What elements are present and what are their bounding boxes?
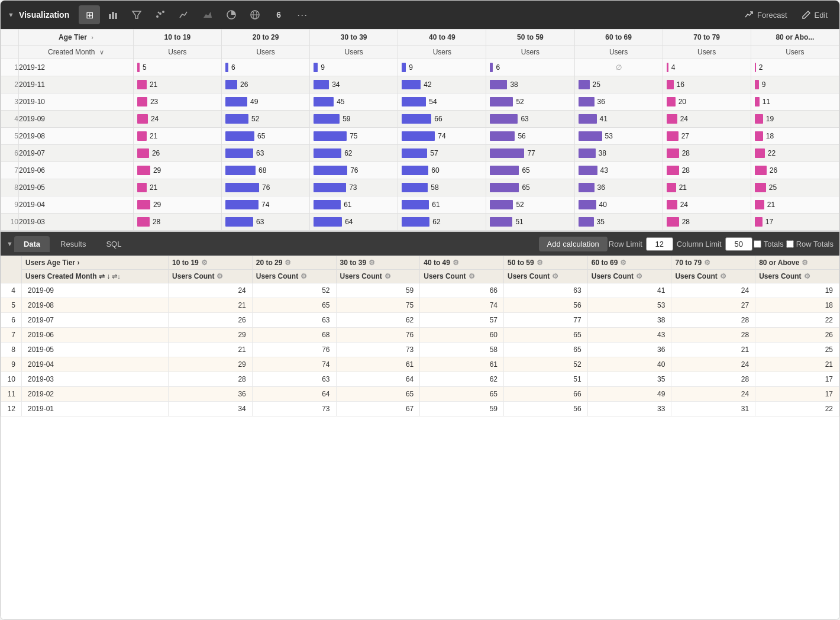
area-btn[interactable] bbox=[197, 5, 218, 24]
bar-chart-btn[interactable] bbox=[102, 5, 124, 24]
tab-sql[interactable]: SQL bbox=[96, 236, 131, 252]
col-40-49-header[interactable]: 40 to 49 bbox=[398, 30, 486, 46]
value-cell: 16 bbox=[663, 76, 751, 93]
value-cell: 65 bbox=[222, 128, 310, 145]
value-cell-c30: 67 bbox=[336, 402, 420, 416]
col-limit-input[interactable] bbox=[725, 237, 752, 251]
value-cell: 62 bbox=[310, 145, 398, 162]
month-cell: 2019-01 bbox=[22, 402, 169, 416]
gear-icon[interactable]: ⚙ bbox=[802, 259, 808, 267]
value-cell-c60: 40 bbox=[587, 357, 671, 372]
value-cell-c60: 33 bbox=[587, 402, 671, 416]
col-header-month[interactable]: Users Age Tier ›Users Created Month ⇌ ↓ … bbox=[22, 256, 169, 283]
col-header-c40[interactable]: 40 to 49⚙Users Count⚙ bbox=[420, 256, 504, 283]
gear-icon[interactable]: ⚙ bbox=[201, 259, 208, 267]
gear-icon[interactable]: ⚙ bbox=[704, 259, 710, 267]
value-cell-c40: 57 bbox=[420, 313, 504, 328]
table-row: 122019-013473675956333122 bbox=[1, 402, 839, 416]
value-cell: 45 bbox=[310, 93, 398, 111]
value-cell-c30: 64 bbox=[336, 372, 420, 387]
tab-data[interactable]: Data bbox=[14, 236, 50, 252]
value-cell: 9 bbox=[398, 59, 486, 76]
value-cell: 68 bbox=[222, 162, 310, 179]
value-cell: 63 bbox=[222, 214, 310, 231]
tab-results[interactable]: Results bbox=[51, 236, 95, 252]
add-calculation-btn[interactable]: Add calculation bbox=[539, 237, 608, 251]
gear-icon[interactable]: ⚙ bbox=[620, 259, 626, 267]
value-cell: 73 bbox=[310, 179, 398, 196]
value-cell: 61 bbox=[310, 196, 398, 214]
age-tier-header[interactable]: Age Tier › bbox=[19, 30, 134, 46]
forecast-btn[interactable]: Forecast bbox=[739, 8, 792, 22]
row-num-header bbox=[1, 256, 22, 283]
map-btn[interactable] bbox=[244, 5, 266, 24]
gear-icon[interactable]: ⚙ bbox=[469, 272, 475, 280]
value-cell: 26 bbox=[133, 145, 221, 162]
scatter-btn[interactable] bbox=[150, 5, 171, 24]
gear-icon[interactable]: ⚙ bbox=[537, 259, 543, 267]
value-cell-c60: 49 bbox=[587, 387, 671, 402]
col-header-c30[interactable]: 30 to 39⚙Users Count⚙ bbox=[336, 256, 420, 283]
gear-icon[interactable]: ⚙ bbox=[804, 272, 810, 280]
toolbar-title: Visualization bbox=[19, 10, 69, 20]
row-totals-checkbox[interactable] bbox=[786, 240, 794, 248]
col-header-c80[interactable]: 80 or Above⚙Users Count⚙ bbox=[755, 256, 839, 283]
row-number: 1 bbox=[1, 59, 19, 76]
value-cell: 54 bbox=[398, 93, 486, 111]
col-header-c10[interactable]: 10 to 19⚙Users Count⚙ bbox=[169, 256, 253, 283]
row-number: 3 bbox=[1, 93, 19, 111]
visualization-section: Age Tier › 10 to 19 20 to 29 30 to 39 bbox=[1, 29, 839, 231]
col-50-59-header[interactable]: 50 to 59 bbox=[486, 30, 574, 46]
gear-icon[interactable]: ⚙ bbox=[636, 272, 642, 280]
table-view-btn[interactable]: ⊞ bbox=[79, 5, 100, 24]
col-header-c60[interactable]: 60 to 69⚙Users Count⚙ bbox=[587, 256, 671, 283]
gear-icon[interactable]: ⚙ bbox=[301, 272, 307, 280]
col-20-29-header[interactable]: 20 to 29 bbox=[222, 30, 310, 46]
created-month-sort-icon: ∨ bbox=[99, 49, 104, 56]
col-70-79-header[interactable]: 70 to 79 bbox=[663, 30, 751, 46]
value-cell-c60: 38 bbox=[587, 313, 671, 328]
gear-icon[interactable]: ⚙ bbox=[385, 272, 391, 280]
col-10-19-header[interactable]: 10 to 19 bbox=[133, 30, 221, 46]
gear-icon[interactable]: ⚙ bbox=[285, 259, 291, 267]
users-60-subheader: Users bbox=[574, 46, 663, 59]
more-btn[interactable]: ··· bbox=[292, 5, 313, 24]
funnel-btn[interactable] bbox=[126, 5, 147, 24]
value-cell: 6 bbox=[486, 59, 574, 76]
gear-icon[interactable]: ⚙ bbox=[217, 272, 223, 280]
gear-icon[interactable]: ⚙ bbox=[453, 259, 459, 267]
number-btn[interactable]: 6 bbox=[268, 5, 289, 24]
pie-btn[interactable] bbox=[221, 5, 242, 24]
edit-btn[interactable]: Edit bbox=[797, 8, 832, 22]
value-cell-c80: 22 bbox=[755, 313, 839, 328]
value-cell-c40: 59 bbox=[420, 402, 504, 416]
gear-icon[interactable]: ⚙ bbox=[552, 272, 558, 280]
value-cell: 19 bbox=[751, 111, 839, 128]
col-30-39-header[interactable]: 30 to 39 bbox=[310, 30, 398, 46]
row-number: 7 bbox=[1, 328, 22, 343]
totals-label: Totals bbox=[764, 240, 784, 248]
col-header-c70[interactable]: 70 to 79⚙Users Count⚙ bbox=[671, 256, 755, 283]
sort-icon[interactable]: ⇌↓ bbox=[112, 273, 121, 280]
value-cell: 28 bbox=[663, 214, 751, 231]
value-cell-c80: 22 bbox=[755, 402, 839, 416]
month-cell: 2019-10 bbox=[19, 93, 134, 111]
value-cell: 76 bbox=[222, 179, 310, 196]
row-limit-input[interactable] bbox=[646, 237, 673, 251]
value-cell: 62 bbox=[398, 214, 486, 231]
gear-icon[interactable]: ⚙ bbox=[720, 272, 726, 280]
gear-icon[interactable]: ⚙ bbox=[369, 259, 375, 267]
line-btn[interactable] bbox=[173, 5, 195, 24]
data-table: Users Age Tier ›Users Created Month ⇌ ↓ … bbox=[1, 256, 839, 416]
table-row: 12019-1256996∅42 bbox=[1, 59, 839, 76]
row-number: 10 bbox=[1, 214, 19, 231]
col-header-c20[interactable]: 20 to 29⚙Users Count⚙ bbox=[252, 256, 336, 283]
created-month-header[interactable]: Created Month ∨ bbox=[19, 46, 134, 59]
col-header-c50[interactable]: 50 to 59⚙Users Count⚙ bbox=[503, 256, 587, 283]
totals-checkbox[interactable] bbox=[754, 240, 761, 248]
value-cell-c60: 36 bbox=[587, 343, 671, 357]
col-60-69-header[interactable]: 60 to 69 bbox=[574, 30, 663, 46]
col-80-header[interactable]: 80 or Abo... bbox=[751, 30, 839, 46]
value-cell: 74 bbox=[222, 196, 310, 214]
value-cell: 21 bbox=[751, 196, 839, 214]
